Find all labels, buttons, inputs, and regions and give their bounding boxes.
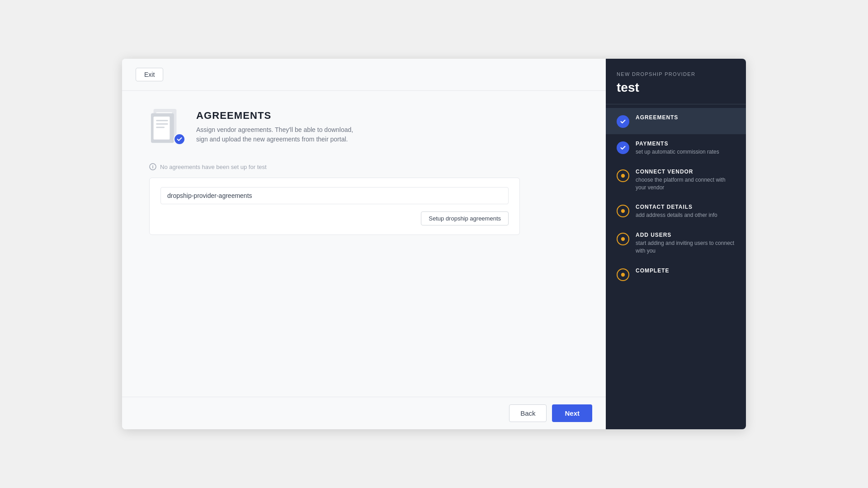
step-desc-payments: set up automatic commission rates: [636, 148, 719, 156]
step-indicator-contact-details: [617, 205, 629, 217]
bottom-bar: Back Next: [122, 397, 606, 429]
agreements-card: Setup dropship agreements: [149, 178, 520, 235]
svg-point-14: [621, 273, 625, 277]
pending-dot-icon: [620, 208, 626, 214]
step-indicator-agreements: [617, 115, 629, 128]
info-circle-icon: [149, 163, 156, 170]
step-indicator-payments: [617, 141, 629, 154]
step-name-contact-details: CONTACT DETAILS: [636, 204, 717, 210]
svg-rect-9: [156, 127, 165, 128]
section-header-text: AGREEMENTS Assign vendor agreements. The…: [196, 110, 359, 144]
top-bar: Exit: [122, 59, 606, 91]
sidebar-step-connect-vendor[interactable]: CONNECT VENDORchoose the platform and co…: [606, 162, 746, 198]
sidebar-step-add-users[interactable]: ADD USERSstart adding and inviting users…: [606, 225, 746, 261]
section-header: AGREEMENTS Assign vendor agreements. The…: [149, 109, 579, 145]
sidebar-header: NEW DROPSHIP PROVIDER test: [606, 71, 746, 104]
svg-point-12: [621, 209, 625, 213]
exit-button[interactable]: Exit: [136, 68, 163, 81]
check-icon: [620, 145, 626, 151]
agreements-icon-wrapper: [149, 109, 185, 145]
step-indicator-add-users: [617, 233, 629, 245]
sidebar-step-contact-details[interactable]: CONTACT DETAILSadd address details and o…: [606, 197, 746, 225]
step-name-connect-vendor: CONNECT VENDOR: [636, 169, 735, 175]
step-desc-add-users: start adding and inviting users to conne…: [636, 239, 735, 255]
back-button[interactable]: Back: [509, 404, 547, 422]
setup-dropship-agreements-button[interactable]: Setup dropship agreements: [421, 211, 509, 225]
main-content: Exit: [122, 59, 606, 429]
step-name-add-users: ADD USERS: [636, 232, 735, 238]
agreements-field[interactable]: [160, 187, 509, 204]
no-agreements-note: No agreements have been set up for test: [149, 163, 579, 170]
step-desc-connect-vendor: choose the platform and connect with you…: [636, 176, 735, 192]
section-description: Assign vendor agreements. They'll be abl…: [196, 125, 359, 144]
svg-rect-7: [156, 120, 168, 121]
step-desc-contact-details: add address details and other info: [636, 211, 717, 219]
sidebar-steps: AGREEMENTSPAYMENTSset up automatic commi…: [606, 104, 746, 429]
check-icon: [620, 118, 626, 125]
step-name-complete: COMPLETE: [636, 267, 669, 274]
svg-rect-8: [156, 123, 168, 125]
card-actions: Setup dropship agreements: [160, 211, 509, 225]
step-name-agreements: AGREEMENTS: [636, 114, 678, 121]
content-area: AGREEMENTS Assign vendor agreements. The…: [122, 91, 606, 397]
pending-dot-icon: [620, 236, 626, 242]
svg-point-11: [621, 174, 625, 178]
pending-dot-icon: [620, 272, 626, 278]
sidebar: NEW DROPSHIP PROVIDER test AGREEMENTSPAY…: [606, 59, 746, 429]
sidebar-subtitle: NEW DROPSHIP PROVIDER: [617, 71, 735, 77]
sidebar-step-payments[interactable]: PAYMENTSset up automatic commission rate…: [606, 134, 746, 162]
completed-badge: [174, 133, 185, 145]
step-indicator-connect-vendor: [617, 169, 629, 182]
section-title: AGREEMENTS: [196, 110, 359, 122]
step-indicator-complete: [617, 268, 629, 281]
sidebar-step-complete[interactable]: COMPLETE: [606, 261, 746, 287]
svg-point-13: [621, 237, 625, 241]
sidebar-step-agreements[interactable]: AGREEMENTS: [606, 108, 746, 134]
pending-dot-icon: [620, 173, 626, 179]
sidebar-provider-name: test: [617, 80, 735, 95]
step-name-payments: PAYMENTS: [636, 141, 719, 147]
next-button[interactable]: Next: [552, 404, 592, 422]
